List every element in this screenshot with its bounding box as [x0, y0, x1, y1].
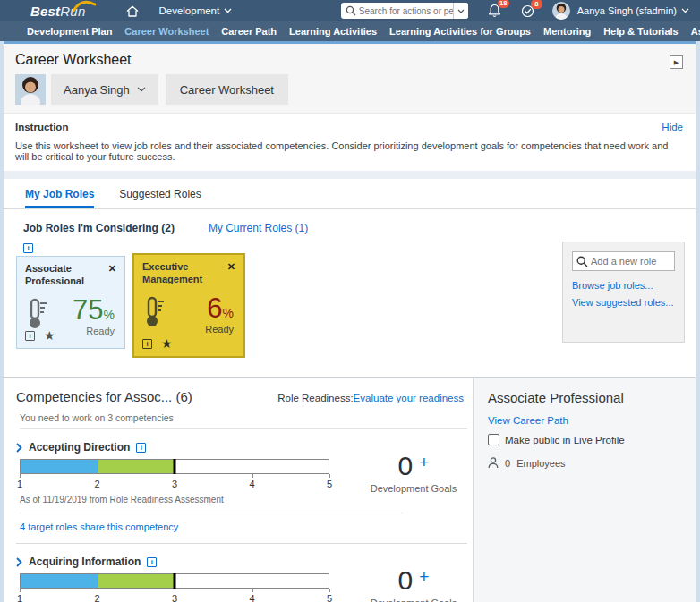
- assessment-date-note: As of 11/19/2019 from Role Readiness Ass…: [20, 495, 473, 504]
- development-goals-count: 0: [398, 567, 414, 594]
- notifications-button[interactable]: 18: [488, 4, 501, 18]
- competency-name: Accepting Direction: [29, 441, 130, 454]
- nav-item-ask-hr[interactable]: Ask HR: [691, 26, 700, 37]
- role-detail-panel: Associate Professional View Career Path …: [473, 378, 696, 602]
- nav-item-career-path[interactable]: Career Path: [221, 26, 277, 37]
- todos-badge: 8: [531, 0, 542, 9]
- expand-chevron-icon[interactable]: [16, 443, 22, 453]
- competency-row: Accepting Direction 12345 As of 11/19/20…: [16, 429, 473, 544]
- readiness-bar: [20, 459, 329, 474]
- career-worksheet-module: Career Worksheet Aanya Singh Career Work…: [4, 41, 696, 602]
- module-selector[interactable]: Development: [158, 5, 232, 16]
- instruction-title: Instruction: [15, 122, 68, 132]
- page-title: Career Worksheet: [15, 52, 683, 68]
- star-icon[interactable]: [44, 329, 55, 342]
- development-goals-label: Development Goals: [363, 598, 464, 602]
- role-card-associate-professional[interactable]: Associate Professional 75% Ready: [16, 256, 125, 349]
- readiness-thermometer-icon: [25, 298, 47, 333]
- search-input[interactable]: [359, 6, 453, 16]
- current-roles-link[interactable]: My Current Roles (1): [209, 222, 308, 234]
- nav-item-help-tutorials[interactable]: Help & Tutorials: [603, 26, 679, 37]
- view-career-path-link[interactable]: View Career Path: [488, 415, 568, 426]
- browse-job-roles-link[interactable]: Browse job roles...: [572, 280, 675, 291]
- info-icon[interactable]: [142, 339, 152, 349]
- add-goal-button[interactable]: +: [419, 454, 429, 471]
- employee-selector[interactable]: Aanya Singh: [51, 74, 158, 105]
- tab-bar: My Job Roles Suggested Roles: [4, 179, 696, 209]
- module-nav: Development Plan Career Worksheet Career…: [0, 21, 700, 41]
- add-role-panel: Browse job roles... View suggested roles…: [562, 242, 685, 343]
- employee-photo: [15, 74, 46, 105]
- tab-my-job-roles[interactable]: My Job Roles: [25, 188, 94, 208]
- todos-button[interactable]: 8: [521, 4, 534, 18]
- search-icon: [346, 5, 356, 16]
- logo-swoosh: [73, 0, 96, 12]
- considering-roles-label: Job Roles I'm Considering (2): [23, 222, 175, 234]
- expand-chevron-icon[interactable]: [16, 557, 22, 567]
- employees-label: Employees: [516, 458, 565, 469]
- tab-suggested-roles[interactable]: Suggested Roles: [119, 188, 201, 208]
- make-public-label: Make public in Live Profile: [505, 435, 625, 445]
- nav-item-learning-activities-groups[interactable]: Learning Activities for Groups: [389, 26, 531, 37]
- chevron-down-icon: [137, 87, 146, 92]
- job-roles-section: Job Roles I'm Considering (2) My Current…: [4, 209, 696, 377]
- notifications-badge: 18: [498, 0, 509, 8]
- user-avatar[interactable]: [552, 2, 570, 20]
- bar-axis: 12345: [20, 474, 329, 491]
- media-play-button[interactable]: [670, 55, 683, 69]
- development-goals-label: Development Goals: [363, 483, 464, 494]
- competencies-section: Competencies for Assoc... (6) Role Readi…: [4, 377, 696, 602]
- shared-competency-link[interactable]: 4 target roles share this competency: [20, 521, 178, 532]
- make-public-checkbox[interactable]: [488, 434, 499, 445]
- chevron-down-icon: [224, 8, 232, 13]
- info-icon[interactable]: [147, 557, 157, 567]
- logo-text-best: Best: [30, 4, 60, 19]
- user-menu[interactable]: Aanya Singh (sfadmin): [577, 5, 689, 16]
- user-name-label: Aanya Singh (sfadmin): [577, 5, 677, 16]
- view-suggested-roles-link[interactable]: View suggested roles...: [572, 297, 675, 308]
- readiness-percent: 75%: [73, 296, 115, 324]
- info-icon[interactable]: [23, 243, 33, 253]
- search-icon: [576, 256, 588, 267]
- add-role-input[interactable]: [591, 256, 670, 267]
- module-selector-label: Development: [158, 5, 219, 16]
- star-icon[interactable]: [161, 337, 173, 350]
- hide-link[interactable]: Hide: [662, 122, 683, 132]
- readiness-thermometer-icon: [142, 296, 165, 331]
- nav-item-career-worksheet[interactable]: Career Worksheet: [124, 26, 209, 37]
- ready-label: Ready: [205, 324, 234, 335]
- top-header-bar: BestRun Development 18 8 Aanya Singh (sf…: [0, 0, 700, 21]
- chevron-down-icon: [681, 8, 689, 13]
- role-card-executive-management[interactable]: Executive Management 6% Ready: [132, 253, 245, 358]
- page-header: Career Worksheet Aanya Singh Career Work…: [4, 44, 696, 113]
- competencies-title: Competencies for Assoc... (6): [16, 389, 192, 404]
- competencies-note: You need to work on 3 competencies: [20, 412, 467, 429]
- bestrun-logo: BestRun: [30, 4, 85, 19]
- nav-item-learning-activities[interactable]: Learning Activities: [289, 26, 377, 37]
- readiness-percent: 6%: [205, 294, 234, 322]
- bar-axis: 12345: [20, 589, 329, 602]
- header-search: [341, 3, 468, 19]
- home-icon[interactable]: [126, 5, 139, 17]
- close-icon[interactable]: [108, 263, 116, 275]
- nav-item-mentoring[interactable]: Mentoring: [543, 26, 591, 37]
- instruction-body: Use this worksheet to view job roles and…: [15, 140, 683, 162]
- competency-row: Acquiring Information 12345 As of 11/19/…: [16, 544, 473, 602]
- close-icon[interactable]: [227, 261, 235, 273]
- employees-count: 0: [505, 458, 510, 469]
- role-readiness-label: Role Readiness:: [277, 393, 353, 403]
- info-icon[interactable]: [25, 331, 35, 341]
- chevron-down-icon: [457, 9, 465, 13]
- search-scope-dropdown[interactable]: [453, 3, 468, 19]
- section-divider-band: [4, 171, 696, 179]
- worksheet-view-label: Career Worksheet: [166, 74, 288, 105]
- evaluate-readiness-link[interactable]: Evaluate your readiness: [354, 393, 464, 403]
- competency-name: Acquiring Information: [29, 555, 141, 568]
- instruction-panel: Instruction Hide Use this worksheet to v…: [4, 113, 696, 171]
- info-icon[interactable]: [136, 443, 146, 453]
- add-goal-button[interactable]: +: [419, 568, 429, 585]
- role-card-title: Executive Management: [142, 261, 216, 286]
- employees-icon: [488, 457, 499, 469]
- nav-item-development-plan[interactable]: Development Plan: [27, 26, 112, 37]
- role-card-title: Associate Professional: [25, 263, 98, 288]
